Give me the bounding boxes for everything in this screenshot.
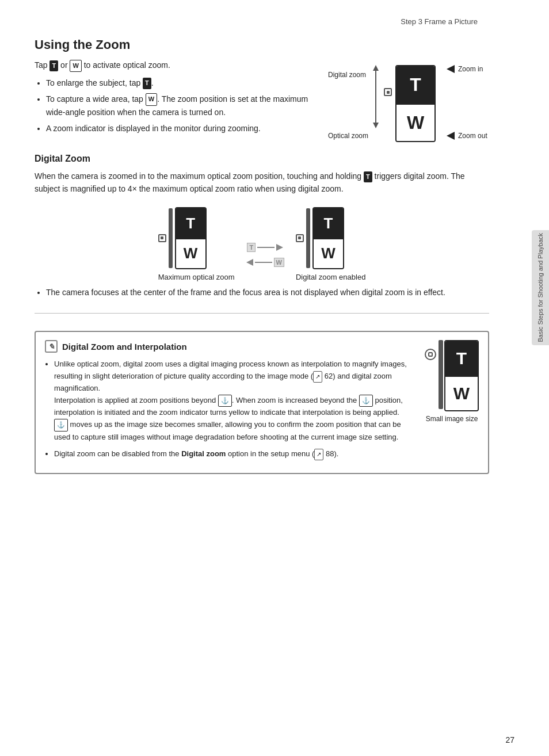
dz-connector-inner-2 bbox=[298, 236, 301, 239]
zoom-in-row: Zoom in bbox=[447, 65, 483, 73]
dz-w-label: W bbox=[274, 258, 284, 267]
t-button-inline: T bbox=[49, 60, 58, 71]
dz-t-top-2: T bbox=[314, 208, 343, 238]
small-img-diagram: T W Small image size bbox=[425, 340, 479, 464]
t-top-large: T bbox=[396, 66, 434, 104]
digital-zoom-body: When the camera is zoomed in to the maxi… bbox=[35, 170, 489, 196]
dz-diagrams-row: T W Maximum optical zoom T W bbox=[35, 207, 489, 281]
page-ref-box-88: ↗ bbox=[314, 449, 323, 460]
digital-zoom-label: Digital zoom bbox=[328, 71, 368, 79]
side-tab-text: Basic Steps for Shooting and Playback bbox=[536, 233, 544, 342]
dz-diagram-2: T W Digital zoom enabled bbox=[296, 207, 365, 281]
arr-line-left bbox=[255, 262, 272, 263]
anchor-icon-2: ⚓ bbox=[359, 395, 373, 407]
note-icon: ✎ bbox=[45, 340, 58, 353]
vert-arrow-up-icon bbox=[373, 65, 379, 71]
dz-bullets: The camera focuses at the center of the … bbox=[46, 286, 489, 299]
dz-connector-1 bbox=[158, 234, 166, 242]
section-divider bbox=[35, 313, 489, 314]
page-number: 27 bbox=[505, 735, 514, 744]
zoom-bullet-1: To enlarge the subject, tap T. bbox=[46, 77, 311, 89]
sm-connector-square bbox=[428, 352, 433, 357]
dz-bar-1 bbox=[169, 208, 173, 268]
note-box: ✎ Digital Zoom and Interpolation Unlike … bbox=[35, 331, 489, 474]
dz-arrow-right: T bbox=[247, 243, 283, 252]
page-container: Step 3 Frame a Picture Using the Zoom Ta… bbox=[0, 0, 524, 497]
w-bottom-large: W bbox=[396, 104, 434, 141]
dz-between-arrows: T W bbox=[246, 243, 284, 267]
dz-arrow-left: W bbox=[246, 258, 284, 267]
zoom-arrows-right: Zoom in Zoom out bbox=[447, 65, 487, 140]
zoom-diagram-inner: Digital zoom Optical zoom bbox=[328, 65, 489, 142]
arr-line-right bbox=[257, 247, 274, 248]
arr-head-right bbox=[276, 244, 283, 251]
note-bullet-2: Digital zoom can be disabled from the Di… bbox=[54, 448, 413, 460]
zoom-diagram-labels: Digital zoom Optical zoom bbox=[328, 65, 368, 140]
connector-wrapper bbox=[384, 88, 392, 96]
dz-w-bottom-2: W bbox=[314, 238, 343, 268]
w-button-inline: W bbox=[70, 60, 81, 72]
dz-connector-inner-1 bbox=[161, 236, 163, 239]
dz-d1-inner: T W bbox=[158, 207, 235, 269]
zoom-out-row: Zoom out bbox=[447, 132, 487, 140]
anchor-icon-3: ⚓ bbox=[54, 419, 68, 432]
note-title: ✎ Digital Zoom and Interpolation bbox=[45, 340, 413, 353]
header-text: Step 3 Frame a Picture bbox=[401, 17, 478, 26]
page-header: Step 3 Frame a Picture bbox=[35, 17, 489, 26]
dz-label-1: Maximum optical zoom bbox=[158, 273, 235, 281]
zoom-diagram-main: Digital zoom Optical zoom bbox=[328, 65, 489, 142]
section-digital-zoom: Digital Zoom When the camera is zoomed i… bbox=[35, 154, 489, 299]
note-title-text: Digital Zoom and Interpolation bbox=[62, 342, 187, 352]
dz-d2-inner: T W bbox=[296, 207, 365, 269]
sm-bar-container: T W bbox=[425, 340, 479, 411]
vert-arrow-down-icon bbox=[373, 123, 379, 128]
digital-zoom-title: Digital Zoom bbox=[35, 154, 489, 164]
tw-top-small: T bbox=[445, 341, 478, 376]
zoom-section-layout: Tap T or W to activate optical zoom. To … bbox=[35, 59, 489, 142]
sm-connector-wrapper bbox=[425, 340, 436, 411]
zoom-bullet-3: A zoom indicator is displayed in the mon… bbox=[46, 122, 311, 135]
note-content: ✎ Digital Zoom and Interpolation Unlike … bbox=[45, 340, 413, 464]
t-btn-enlarge: T bbox=[143, 78, 151, 89]
w-btn-wide: W bbox=[146, 93, 157, 106]
sm-connector-circle bbox=[425, 349, 436, 360]
tw-button-large: T W bbox=[395, 65, 436, 142]
connector-inner bbox=[387, 91, 390, 94]
vert-arrow bbox=[373, 65, 379, 128]
arrow-left-in bbox=[447, 65, 455, 73]
dz-label-2: Digital zoom enabled bbox=[296, 273, 365, 281]
zoom-out-text: Zoom out bbox=[458, 132, 487, 140]
dz-diagram-1: T W Maximum optical zoom bbox=[158, 207, 235, 281]
section-using-zoom: Using the Zoom Tap T or W to activate op… bbox=[35, 37, 489, 142]
note-list: Unlike optical zoom, digital zoom uses a… bbox=[54, 358, 413, 460]
t-btn-trigger: T bbox=[364, 171, 372, 183]
anchor-icon-1: ⚓ bbox=[218, 395, 232, 407]
dz-bar-2 bbox=[306, 208, 310, 268]
dz-t-label: T bbox=[247, 243, 256, 252]
section-title-zoom: Using the Zoom bbox=[35, 37, 489, 52]
page-ref-box-62: ↗ bbox=[313, 371, 322, 383]
small-img-label: Small image size bbox=[426, 415, 478, 423]
zoom-intro: Tap T or W to activate optical zoom. bbox=[35, 59, 311, 72]
digital-zoom-bold: Digital zoom bbox=[181, 449, 226, 458]
dz-tw-button-1: T W bbox=[175, 207, 207, 269]
side-tab: Basic Steps for Shooting and Playback bbox=[532, 230, 549, 345]
dz-bullet-1: The camera focuses at the center of the … bbox=[46, 286, 489, 299]
dz-w-bottom-1: W bbox=[176, 238, 205, 268]
arrow-left-out bbox=[447, 132, 455, 140]
arr-head-left bbox=[246, 259, 253, 266]
tw-button-small: T W bbox=[444, 340, 479, 411]
zoom-bullets: To enlarge the subject, tap T. To captur… bbox=[46, 77, 311, 135]
sm-bar bbox=[439, 340, 443, 409]
note-bullet-1: Unlike optical zoom, digital zoom uses a… bbox=[54, 358, 413, 443]
dz-tw-button-2: T W bbox=[312, 207, 344, 269]
tw-bottom-small: W bbox=[445, 376, 478, 410]
dz-t-top-1: T bbox=[176, 208, 205, 238]
connector-icon bbox=[384, 88, 392, 96]
vert-arrow-line bbox=[375, 71, 376, 123]
zoom-bullet-2: To capture a wide area, tap W. The zoom … bbox=[46, 93, 311, 119]
zoom-in-text: Zoom in bbox=[458, 65, 483, 73]
zoom-text-area: Tap T or W to activate optical zoom. To … bbox=[35, 59, 311, 142]
optical-zoom-label: Optical zoom bbox=[328, 132, 368, 140]
dz-connector-2 bbox=[296, 234, 304, 242]
